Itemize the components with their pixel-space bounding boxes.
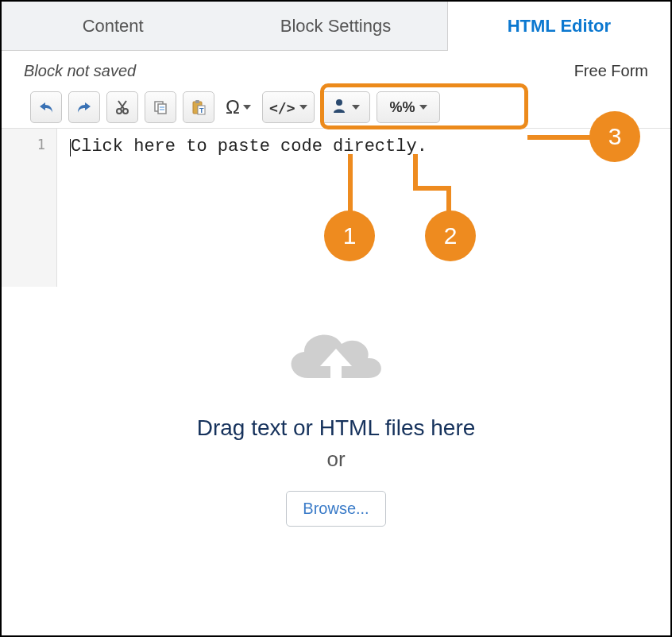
- svg-rect-3: [158, 104, 166, 114]
- browse-button[interactable]: Browse...: [286, 491, 385, 527]
- code-input[interactable]: Click here to paste code directly.: [57, 129, 670, 287]
- annotation-connector-3: [527, 135, 593, 140]
- chevron-down-icon: [243, 105, 251, 110]
- annotation-callout-1: 1: [324, 210, 375, 261]
- dropzone-title: Drag text or HTML files here: [2, 415, 670, 441]
- dropzone-or: or: [2, 447, 670, 472]
- redo-button[interactable]: [68, 91, 100, 123]
- dropzone[interactable]: Drag text or HTML files here or Browse..…: [2, 287, 670, 527]
- person-icon: [331, 98, 347, 118]
- tab-html-editor[interactable]: HTML Editor: [447, 2, 670, 51]
- cloud-upload-icon: [276, 311, 396, 398]
- toolbar: T Ω </> %%: [2, 87, 670, 128]
- annotation-callout-3: 3: [589, 111, 640, 162]
- code-icon: </>: [269, 99, 295, 116]
- chevron-down-icon: [419, 105, 427, 110]
- line-gutter: 1: [2, 129, 57, 287]
- svg-text:T: T: [199, 106, 204, 114]
- cut-button[interactable]: [106, 91, 138, 123]
- percent-icon: %%: [389, 99, 415, 116]
- paste-button[interactable]: T: [183, 91, 214, 123]
- undo-button[interactable]: [30, 91, 62, 123]
- chevron-down-icon: [352, 105, 360, 110]
- omega-icon: Ω: [226, 96, 240, 118]
- status-free-form: Free Form: [574, 62, 648, 80]
- svg-point-10: [336, 99, 342, 106]
- insert-variable-button[interactable]: %%: [377, 91, 440, 123]
- svg-point-0: [117, 109, 122, 114]
- annotation-connector-2: [413, 154, 418, 189]
- annotation-connector-2b: [413, 186, 450, 191]
- code-editor[interactable]: 1 Click here to paste code directly.: [2, 128, 670, 287]
- tab-content[interactable]: Content: [2, 2, 224, 51]
- svg-rect-7: [195, 100, 199, 103]
- tab-bar: Content Block Settings HTML Editor: [2, 2, 670, 51]
- tab-block-settings[interactable]: Block Settings: [224, 2, 446, 51]
- annotation-connector-1: [348, 154, 353, 213]
- line-number: 1: [2, 137, 45, 152]
- svg-point-1: [123, 109, 128, 114]
- annotation-callout-2: 2: [425, 210, 476, 261]
- placeholder-text: Click here to paste code directly.: [71, 137, 427, 156]
- status-not-saved: Block not saved: [24, 62, 136, 80]
- copy-button[interactable]: [145, 91, 176, 123]
- chevron-down-icon: [299, 105, 307, 110]
- insert-personalization-button[interactable]: [321, 91, 370, 123]
- special-char-button[interactable]: Ω: [221, 91, 256, 123]
- insert-code-button[interactable]: </>: [262, 91, 315, 123]
- status-bar: Block not saved Free Form: [2, 51, 670, 87]
